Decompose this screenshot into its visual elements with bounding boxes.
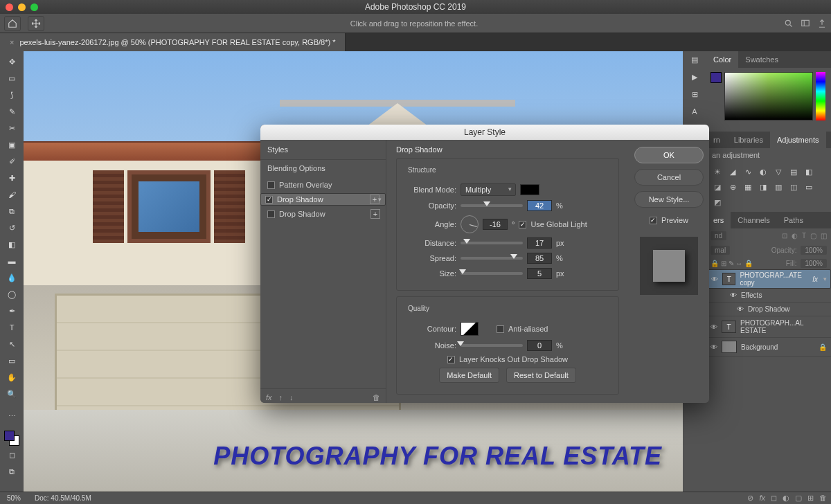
adj-layer-icon[interactable]: ◐ xyxy=(783,494,789,503)
exposure-icon[interactable]: ◐ xyxy=(758,166,769,177)
visibility-icon[interactable]: 👁 xyxy=(737,305,744,313)
spread-slider[interactable] xyxy=(461,257,523,260)
stamp-tool[interactable]: ⧉ xyxy=(3,204,21,219)
cancel-button[interactable]: Cancel xyxy=(634,169,704,186)
brush-tool[interactable]: 🖌 xyxy=(3,187,21,202)
reset-default-button[interactable]: Reset to Default xyxy=(506,368,576,383)
history-brush-tool[interactable]: ↺ xyxy=(3,220,21,235)
lut-icon[interactable]: ▦ xyxy=(742,181,753,192)
layer-row-background[interactable]: 👁 Background 🔒 xyxy=(706,338,831,357)
noise-slider[interactable] xyxy=(461,344,523,347)
brightness-icon[interactable]: ☀ xyxy=(712,166,723,177)
invert-icon[interactable]: ◨ xyxy=(758,181,769,192)
visibility-icon[interactable]: 👁 xyxy=(711,276,718,283)
pattern-overlay-item[interactable]: Pattern Overlay xyxy=(260,177,386,193)
tab-color[interactable]: Color xyxy=(706,51,738,68)
knockout-checkbox[interactable] xyxy=(447,356,455,363)
canvas-text-layer[interactable]: PHOTOGRAPHY FOR REAL ESTATE xyxy=(213,442,662,471)
layer-fx-icon[interactable]: fx xyxy=(759,494,765,503)
layer-opacity[interactable]: 100% xyxy=(801,246,827,255)
visibility-icon[interactable]: 👁 xyxy=(711,323,717,331)
bw-icon[interactable]: ◧ xyxy=(803,166,814,177)
color-picker[interactable] xyxy=(711,72,827,127)
group-icon[interactable]: ▢ xyxy=(795,494,802,503)
healing-tool[interactable]: ✚ xyxy=(3,170,21,186)
quick-select-tool[interactable]: ✎ xyxy=(3,104,21,119)
history-panel-icon[interactable]: ▤ xyxy=(691,55,698,64)
tab-swatches[interactable]: Swatches xyxy=(738,51,785,68)
ok-button[interactable]: OK xyxy=(634,147,704,163)
lock-icons[interactable]: 🔒 ⊞ ✎ ↔ 🔒 xyxy=(711,260,753,267)
eraser-tool[interactable]: ◧ xyxy=(3,237,21,252)
screen-mode-icon[interactable]: ⧉ xyxy=(3,464,21,479)
close-tab-icon[interactable]: × xyxy=(10,38,14,46)
drop-shadow-item-2[interactable]: Drop Shadow+ xyxy=(260,206,386,222)
spread-input[interactable] xyxy=(527,253,552,264)
contour-picker[interactable] xyxy=(461,322,479,336)
angle-input[interactable] xyxy=(483,219,508,230)
search-icon[interactable] xyxy=(784,19,794,28)
move-tool[interactable]: ✥ xyxy=(3,54,21,69)
threshold-icon[interactable]: ◫ xyxy=(788,181,799,192)
drop-shadow-item-1[interactable]: Drop Shadow+ xyxy=(260,193,386,206)
crop-tool[interactable]: ✂ xyxy=(3,120,21,136)
effects-row[interactable]: 👁 Effects xyxy=(706,289,831,303)
properties-panel-icon[interactable]: ⊞ xyxy=(692,90,698,99)
edit-toolbar-icon[interactable]: ⋯ xyxy=(3,408,21,424)
gradient-map-icon[interactable]: ▭ xyxy=(803,181,814,192)
document-tab[interactable]: × pexels-luis-yanez-206172.jpg @ 50% (PH… xyxy=(0,33,346,51)
blend-mode-select[interactable]: Multiply xyxy=(461,183,516,196)
blending-options-item[interactable]: Blending Options xyxy=(260,160,386,177)
effect-dropshadow-row[interactable]: 👁 Drop Shadow xyxy=(706,303,831,316)
type-tool[interactable]: T xyxy=(3,320,21,335)
filter-adj-icon[interactable]: ◐ xyxy=(792,232,798,240)
antialias-checkbox[interactable] xyxy=(497,325,504,333)
filter-smart-icon[interactable]: ◫ xyxy=(821,232,827,240)
add-effect-icon[interactable]: + xyxy=(370,195,379,204)
play-panel-icon[interactable]: ▶ xyxy=(692,73,697,82)
workspace-icon[interactable] xyxy=(801,19,810,28)
channel-mixer-icon[interactable]: ⊕ xyxy=(727,181,738,192)
tab-channels[interactable]: Channels xyxy=(731,212,776,228)
visibility-icon[interactable]: 👁 xyxy=(711,343,717,351)
blur-tool[interactable]: 💧 xyxy=(3,270,21,285)
checkbox[interactable] xyxy=(267,181,275,189)
tab-layers[interactable]: ers xyxy=(706,212,731,228)
preview-checkbox[interactable] xyxy=(650,217,657,224)
size-slider[interactable] xyxy=(461,272,523,275)
link-layers-icon[interactable]: ⊘ xyxy=(747,494,753,503)
fx-badge[interactable]: fx xyxy=(812,276,818,283)
shape-tool[interactable]: ▭ xyxy=(3,353,21,368)
doc-size[interactable]: Doc: 40.5M/40.5M xyxy=(35,494,91,502)
filter-shape-icon[interactable]: ▢ xyxy=(810,232,816,240)
distance-slider[interactable] xyxy=(461,242,523,244)
path-tool[interactable]: ↖ xyxy=(3,336,21,352)
quick-mask-icon[interactable]: ◻ xyxy=(3,447,21,462)
layer-fill[interactable]: 100% xyxy=(801,259,827,268)
layer-row-text[interactable]: 👁 T PHOTOGRAPH...AL ESTATE xyxy=(706,316,831,338)
new-layer-icon[interactable]: ⊞ xyxy=(807,494,814,503)
shadow-color-swatch[interactable] xyxy=(520,184,539,195)
photo-filter-icon[interactable]: ◪ xyxy=(712,181,723,192)
layer-kind-filter[interactable]: nd xyxy=(711,231,726,240)
noise-input[interactable] xyxy=(527,340,552,351)
tab-adjustments[interactable]: Adjustments xyxy=(770,132,826,148)
move-tool-indicator[interactable] xyxy=(28,16,44,31)
delete-effect-icon[interactable]: 🗑 xyxy=(373,393,380,402)
eyedropper-tool[interactable]: ✐ xyxy=(3,154,21,169)
layer-mask-icon[interactable]: ◻ xyxy=(771,494,777,503)
distance-input[interactable] xyxy=(527,237,552,249)
curves-icon[interactable]: ∿ xyxy=(742,166,753,177)
move-up-icon[interactable]: ↑ xyxy=(279,393,283,402)
visibility-icon[interactable]: 👁 xyxy=(730,291,737,299)
filter-type-icon[interactable]: T xyxy=(802,232,806,240)
levels-icon[interactable]: ◢ xyxy=(727,166,738,177)
pen-tool[interactable]: ✒ xyxy=(3,303,21,318)
delete-layer-icon[interactable]: 🗑 xyxy=(819,494,827,503)
move-down-icon[interactable]: ↓ xyxy=(289,393,294,402)
add-effect-icon[interactable]: + xyxy=(370,209,380,219)
tab-libraries[interactable]: Libraries xyxy=(727,132,770,148)
zoom-tool[interactable]: 🔍 xyxy=(3,386,21,402)
frame-tool[interactable]: ▣ xyxy=(3,137,21,152)
tab-learn[interactable]: rn xyxy=(706,132,727,148)
